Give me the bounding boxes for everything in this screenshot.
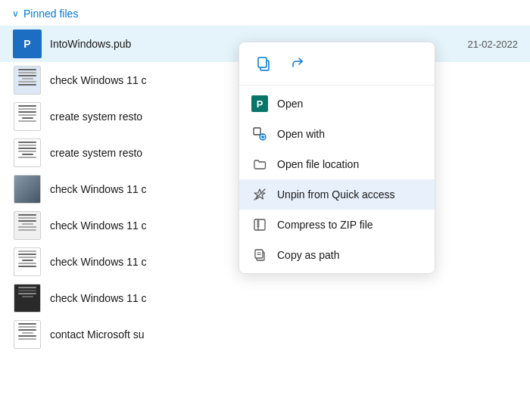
file-thumbnail	[12, 319, 42, 350]
doc-thumbnail	[14, 138, 41, 167]
copy-path-label: Copy as path	[277, 249, 340, 261]
file-name: check Windows 11 c	[50, 256, 247, 268]
file-thumbnail	[12, 174, 42, 204]
file-item-check5[interactable]: check Windows 11 c	[0, 280, 530, 316]
share-icon	[288, 55, 305, 72]
file-thumbnail	[12, 283, 42, 313]
open-with-label: Open with	[277, 128, 325, 140]
doc-thumbnail	[14, 247, 41, 276]
section-title: Pinned files	[23, 8, 78, 20]
unpin-label: Unpin from Quick access	[277, 188, 395, 201]
context-menu-top-actions	[239, 42, 435, 86]
file-thumbnail	[12, 65, 42, 95]
context-menu-open-location[interactable]: Open file location	[239, 149, 435, 179]
file-name: check Windows 11 c	[50, 292, 247, 304]
file-item-contact[interactable]: contact Microsoft su	[0, 316, 530, 353]
svg-rect-5	[254, 219, 265, 230]
open-with-icon	[251, 126, 268, 142]
pub-icon: P	[13, 30, 42, 58]
svg-rect-11	[255, 250, 263, 258]
file-thumbnail: P	[12, 29, 42, 59]
svg-rect-2	[254, 128, 260, 135]
zip-icon	[251, 216, 268, 233]
img-thumbnail	[14, 175, 41, 204]
open-icon: P	[251, 95, 268, 112]
folder-icon	[251, 156, 268, 173]
file-name: check Windows 11 c	[50, 219, 247, 232]
svg-rect-1	[258, 58, 267, 67]
context-menu-copy-path[interactable]: Copy as path	[239, 240, 435, 270]
file-name: create system resto	[50, 110, 247, 123]
file-name: contact Microsoft su	[50, 328, 247, 341]
compress-zip-label: Compress to ZIP file	[277, 219, 373, 231]
publisher-icon: P	[251, 95, 268, 112]
context-menu-unpin[interactable]: Unpin from Quick access	[239, 179, 435, 210]
file-thumbnail	[12, 210, 42, 241]
doc-thumbnail	[14, 102, 41, 131]
file-thumbnail	[12, 138, 42, 168]
file-name: create system resto	[50, 147, 247, 159]
share-button[interactable]	[282, 48, 312, 79]
file-explorer: ∨ Pinned files P IntoWindows.pub 21-02-2…	[0, 0, 530, 420]
file-date: 21-02-2022	[468, 39, 519, 50]
doc-thumbnail	[14, 320, 41, 349]
open-location-label: Open file location	[277, 158, 359, 170]
context-menu-compress-zip[interactable]: Compress to ZIP file	[239, 210, 435, 240]
pinned-files-header[interactable]: ∨ Pinned files	[0, 0, 530, 26]
context-menu: P Open Open with	[238, 42, 435, 274]
open-label: Open	[277, 98, 303, 110]
context-menu-open-with[interactable]: Open with	[239, 119, 435, 149]
file-thumbnail	[12, 101, 42, 132]
context-menu-open[interactable]: P Open	[239, 89, 435, 119]
file-name: check Windows 11 c	[50, 183, 247, 195]
doc-thumbnail	[14, 211, 41, 240]
copy-icon-button[interactable]	[248, 48, 279, 79]
file-thumbnail	[12, 247, 42, 277]
chevron-icon: ∨	[12, 8, 19, 19]
unpin-icon	[251, 186, 268, 203]
doc-thumbnail-dark	[14, 284, 41, 313]
file-name: check Windows 11 c	[50, 74, 247, 86]
context-menu-items: P Open Open with	[239, 86, 435, 273]
doc-thumbnail	[14, 66, 41, 95]
copy-path-icon	[251, 247, 268, 263]
copy-icon	[255, 55, 272, 72]
file-name: IntoWindows.pub	[50, 38, 247, 50]
